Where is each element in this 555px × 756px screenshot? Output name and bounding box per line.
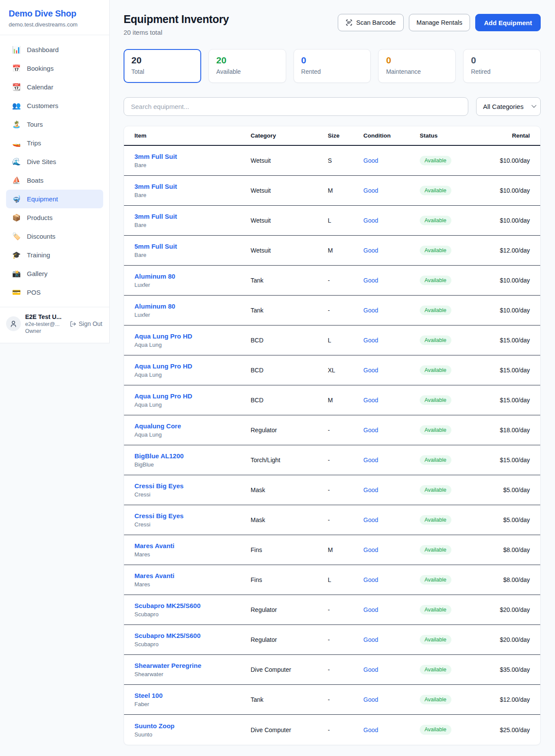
item-cell: Scubapro MK25/S600 Scubapro (134, 632, 251, 648)
condition-link[interactable]: Good (363, 367, 420, 374)
calendar-icon: 📅 (12, 65, 21, 72)
table-row[interactable]: Cressi Big Eyes Cressi Mask - Good Avail… (124, 505, 540, 535)
table-row[interactable]: Scubapro MK25/S600 Scubapro Regulator - … (124, 595, 540, 625)
stat-card-retired[interactable]: 0 Retired (463, 49, 541, 83)
add-equipment-button[interactable]: Add Equipment (475, 14, 541, 31)
stat-card-rented[interactable]: 0 Rented (294, 49, 371, 83)
item-brand: Aqua Lung (134, 371, 251, 378)
table-row[interactable]: BigBlue AL1200 BigBlue Torch/Light - Goo… (124, 445, 540, 475)
item-name-link[interactable]: 3mm Full Suit (134, 213, 251, 220)
barcode-scan-icon (346, 19, 353, 26)
category-select[interactable]: All Categories (476, 97, 541, 116)
search-input[interactable] (124, 97, 468, 116)
table-row[interactable]: Aqua Lung Pro HD Aqua Lung BCD XL Good A… (124, 355, 540, 385)
item-name-link[interactable]: 5mm Full Suit (134, 243, 251, 250)
table-row[interactable]: 3mm Full Suit Bare Wetsuit S Good Availa… (124, 146, 540, 176)
item-name-link[interactable]: Steel 100 (134, 692, 251, 699)
item-name-link[interactable]: Shearwater Peregrine (134, 662, 251, 669)
condition-link[interactable]: Good (363, 486, 420, 493)
item-name-link[interactable]: Mares Avanti (134, 542, 251, 549)
sidebar-item-calendar[interactable]: 📆 Calendar (6, 78, 103, 96)
condition-link[interactable]: Good (363, 217, 420, 224)
status-badge: Available (420, 276, 451, 286)
stat-card-total[interactable]: 20 Total (124, 49, 201, 83)
table-row[interactable]: Aqua Lung Pro HD Aqua Lung BCD M Good Av… (124, 385, 540, 415)
condition-link[interactable]: Good (363, 606, 420, 613)
condition-link[interactable]: Good (363, 666, 420, 673)
scan-barcode-button[interactable]: Scan Barcode (338, 14, 403, 31)
item-name-link[interactable]: Cressi Big Eyes (134, 482, 251, 490)
stat-card-available[interactable]: 20 Available (209, 49, 286, 83)
table-row[interactable]: Aqua Lung Pro HD Aqua Lung BCD L Good Av… (124, 325, 540, 355)
item-name-link[interactable]: Cressi Big Eyes (134, 512, 251, 519)
condition-link[interactable]: Good (363, 427, 420, 434)
shop-name[interactable]: Demo Dive Shop (9, 9, 101, 19)
item-name-link[interactable]: BigBlue AL1200 (134, 452, 251, 460)
status-cell: Available (420, 545, 480, 555)
item-name-link[interactable]: Aqua Lung Pro HD (134, 392, 251, 400)
condition-link[interactable]: Good (363, 726, 420, 733)
item-name-link[interactable]: Aqua Lung Pro HD (134, 332, 251, 340)
item-name-link[interactable]: Mares Avanti (134, 572, 251, 579)
item-name-link[interactable]: Scubapro MK25/S600 (134, 602, 251, 609)
condition-link[interactable]: Good (363, 397, 420, 404)
condition-link[interactable]: Good (363, 516, 420, 523)
sidebar-item-training[interactable]: 🎓 Training (6, 246, 103, 264)
item-name-link[interactable]: Aqualung Core (134, 422, 251, 430)
table-row[interactable]: Mares Avanti Mares Fins M Good Available… (124, 535, 540, 565)
stat-card-maintenance[interactable]: 0 Maintenance (378, 49, 456, 83)
sidebar: Demo Dive Shop demo.test.divestreams.com… (0, 0, 110, 343)
table-row[interactable]: 3mm Full Suit Bare Wetsuit M Good Availa… (124, 176, 540, 206)
manage-rentals-button[interactable]: Manage Rentals (409, 14, 470, 31)
condition-link[interactable]: Good (363, 696, 420, 703)
item-brand: Bare (134, 252, 251, 258)
condition-link[interactable]: Good (363, 277, 420, 284)
sidebar-item-discounts[interactable]: 🏷️ Discounts (6, 227, 103, 246)
sidebar-item-dashboard[interactable]: 📊 Dashboard (6, 40, 103, 59)
item-name-link[interactable]: Aluminum 80 (134, 273, 251, 280)
table-row[interactable]: 5mm Full Suit Bare Wetsuit M Good Availa… (124, 236, 540, 266)
sidebar-item-dive-sites[interactable]: 🌊 Dive Sites (6, 152, 103, 171)
item-name-link[interactable]: Aluminum 80 (134, 302, 251, 310)
item-name-link[interactable]: 3mm Full Suit (134, 183, 251, 190)
table-row[interactable]: Aluminum 80 Luxfer Tank - Good Available… (124, 266, 540, 296)
sidebar-item-gallery[interactable]: 📸 Gallery (6, 264, 103, 283)
column-header-condition: Condition (363, 132, 420, 139)
stat-value: 0 (301, 55, 363, 66)
item-name-link[interactable]: Aqua Lung Pro HD (134, 362, 251, 370)
title-block: Equipment Inventory 20 items total (124, 13, 229, 36)
sign-out-button[interactable]: Sign Out (70, 320, 103, 327)
table-row[interactable]: Steel 100 Faber Tank - Good Available $1… (124, 685, 540, 715)
sidebar-item-label: Boats (27, 177, 43, 184)
table-row[interactable]: Shearwater Peregrine Shearwater Dive Com… (124, 655, 540, 685)
condition-link[interactable]: Good (363, 307, 420, 314)
table-row[interactable]: Mares Avanti Mares Fins L Good Available… (124, 565, 540, 595)
condition-link[interactable]: Good (363, 247, 420, 254)
condition-link[interactable]: Good (363, 576, 420, 583)
item-name-link[interactable]: Suunto Zoop (134, 722, 251, 730)
item-brand: Bare (134, 222, 251, 228)
condition-link[interactable]: Good (363, 187, 420, 194)
sidebar-item-tours[interactable]: 🏝️ Tours (6, 115, 103, 134)
condition-link[interactable]: Good (363, 636, 420, 643)
sidebar-item-customers[interactable]: 👥 Customers (6, 96, 103, 115)
table-row[interactable]: Cressi Big Eyes Cressi Mask - Good Avail… (124, 475, 540, 505)
condition-link[interactable]: Good (363, 337, 420, 344)
item-name-link[interactable]: Scubapro MK25/S600 (134, 632, 251, 639)
item-name-link[interactable]: 3mm Full Suit (134, 153, 251, 160)
sidebar-item-equipment[interactable]: 🤿 Equipment (6, 190, 103, 208)
condition-link[interactable]: Good (363, 157, 420, 164)
table-row[interactable]: Suunto Zoop Suunto Dive Computer - Good … (124, 715, 540, 745)
status-cell: Available (420, 695, 480, 705)
table-row[interactable]: 3mm Full Suit Bare Wetsuit L Good Availa… (124, 206, 540, 236)
sidebar-item-bookings[interactable]: 📅 Bookings (6, 59, 103, 78)
sidebar-item-pos[interactable]: 💳 POS (6, 283, 103, 302)
condition-link[interactable]: Good (363, 546, 420, 553)
condition-link[interactable]: Good (363, 457, 420, 463)
table-row[interactable]: Scubapro MK25/S600 Scubapro Regulator - … (124, 625, 540, 655)
table-row[interactable]: Aqualung Core Aqua Lung Regulator - Good… (124, 415, 540, 445)
sidebar-item-products[interactable]: 📦 Products (6, 208, 103, 227)
table-row[interactable]: Aluminum 80 Luxfer Tank - Good Available… (124, 296, 540, 325)
sidebar-item-trips[interactable]: 🚤 Trips (6, 134, 103, 152)
sidebar-item-boats[interactable]: ⛵ Boats (6, 171, 103, 190)
